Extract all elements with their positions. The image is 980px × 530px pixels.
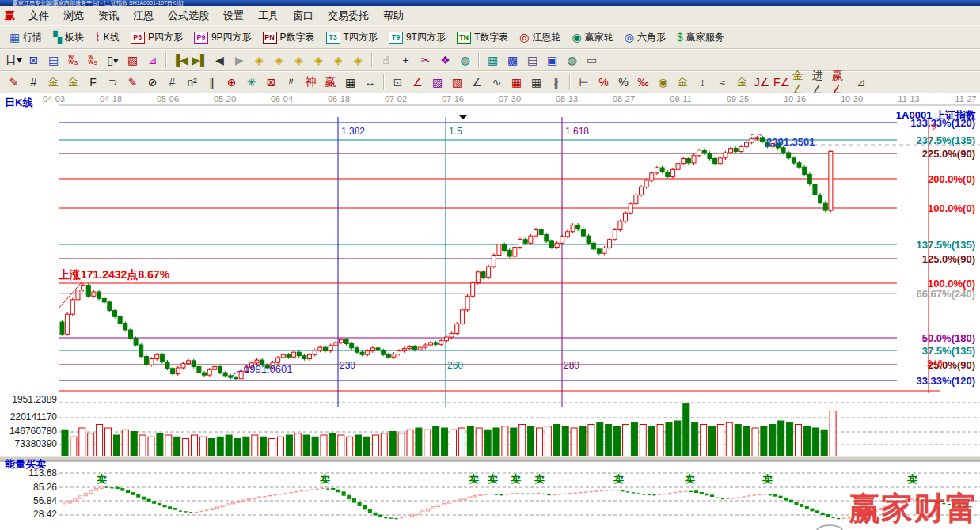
info-panel-button[interactable]: ▤ — [44, 51, 63, 70]
menu-item-3[interactable]: 江恩 — [126, 7, 161, 25]
menu-item-1[interactable]: 浏览 — [56, 7, 91, 25]
square-of-nine-tool[interactable]: n² — [182, 74, 202, 92]
winner-service-button[interactable]: $赢家服务 — [671, 28, 730, 47]
gann-circle-tool[interactable]: ⊘ — [142, 74, 162, 92]
print-button[interactable]: ▭ — [582, 51, 602, 70]
blocks-button[interactable]: ▚板块 — [47, 28, 89, 47]
slash-lines-tool[interactable]: ∦ — [546, 74, 566, 92]
diamond-left-button[interactable]: ◈ — [249, 51, 269, 70]
first-page-button[interactable]: ▐◀ — [170, 51, 190, 70]
dark-grid-tool[interactable]: ▦ — [526, 74, 546, 92]
period-daily-dropdown[interactable]: 日▾ — [4, 51, 24, 70]
nine-p-square-button[interactable]: P99P四方形 — [188, 28, 257, 47]
p-number-table-button[interactable]: PNP数字表 — [257, 28, 321, 47]
jin-angle-tool[interactable]: 进∠ — [811, 74, 831, 92]
spiral-tool[interactable]: ⊃ — [103, 74, 123, 92]
save-button[interactable]: ▣ — [542, 51, 562, 70]
cut-button[interactable]: ✂ — [416, 51, 435, 70]
percent-ruler-tool[interactable]: ⊢ — [574, 74, 594, 92]
hexagon-button[interactable]: ◎六角形 — [619, 28, 671, 47]
notes-button[interactable]: ▤ — [522, 51, 542, 70]
diamond-down-button[interactable]: ◈ — [309, 51, 329, 70]
kline-chart-canvas[interactable]: 04-0304-1805-0605-2006-0406-1807-0207-16… — [0, 93, 980, 530]
target-circle-tool[interactable]: ⊕ — [222, 74, 241, 92]
marker-button[interactable]: ❖ — [435, 51, 455, 70]
last-page-button[interactable]: ▶▌ — [190, 51, 210, 70]
pan-hand-button[interactable]: ☝ — [376, 51, 396, 70]
gold-circle-tool[interactable]: ◉ — [653, 74, 673, 92]
chart-area[interactable]: 04-0304-1805-0605-2006-0406-1807-0207-16… — [0, 93, 980, 530]
t-square-button[interactable]: T3T四方形 — [321, 28, 383, 47]
menu-item-7[interactable]: 窗口 — [286, 7, 321, 25]
win-tool[interactable]: 赢 — [321, 74, 340, 92]
kline-button[interactable]: ⌇K线 — [89, 28, 125, 47]
grid-lines-tool[interactable]: # — [24, 74, 44, 92]
wave-tool[interactable]: ∿ — [487, 74, 507, 92]
gold-line-tool[interactable]: 金 — [673, 74, 693, 92]
gann-pencil-tool[interactable]: ✎ — [4, 74, 24, 92]
angle-pencil-tool[interactable]: ✎ — [123, 74, 142, 92]
diamond-right-button[interactable]: ◈ — [269, 51, 289, 70]
diamond-up-button[interactable]: ◈ — [289, 51, 309, 70]
win-angle-tool[interactable]: 赢∠ — [831, 74, 851, 92]
crosshair-button[interactable]: + — [396, 51, 416, 70]
trend-angle-tool[interactable]: ∠ — [467, 74, 487, 92]
p-square-button[interactable]: P3P四方形 — [125, 28, 188, 47]
parallel-tool[interactable]: ∥ — [202, 74, 222, 92]
menu-item-4[interactable]: 公式选股 — [161, 7, 216, 25]
calculator-button[interactable]: ▩ — [503, 51, 522, 70]
spider-web-tool[interactable]: ✳ — [241, 74, 261, 92]
gold-angle-tool[interactable]: 金 — [732, 74, 752, 92]
width-measure-tool[interactable]: ↔ — [360, 74, 380, 92]
t-number-table-button[interactable]: TNT数字表 — [451, 28, 514, 47]
gann-wheel-button[interactable]: ◎江恩轮 — [514, 28, 566, 47]
ruler-table-tool[interactable]: ▦ — [340, 74, 360, 92]
flag-chart-button[interactable]: ⊿ — [142, 51, 162, 70]
tri-angle-tool[interactable]: ⊿ — [851, 74, 871, 92]
prev-button[interactable]: ◀ — [210, 51, 230, 70]
menu-item-0[interactable]: 文件 — [21, 7, 56, 25]
winner-wheel-button[interactable]: ◉赢家轮 — [567, 28, 619, 47]
volume-bar — [683, 404, 689, 456]
fibonacci-tool[interactable]: F — [83, 74, 103, 92]
gold-ratio-tool-1[interactable]: 金 — [44, 74, 63, 92]
red-grid-tool[interactable]: ▦ — [507, 74, 526, 92]
next-button[interactable]: ▶ — [230, 51, 249, 70]
candle — [787, 153, 791, 158]
bars-count-tool[interactable]: # — [162, 74, 182, 92]
minichart9-button[interactable]: ʬ₉ — [83, 51, 103, 70]
web-sync-button[interactable]: ◍ — [562, 51, 582, 70]
calendar-button[interactable]: ▦ — [483, 51, 503, 70]
region-stat-button[interactable]: ◍ — [455, 51, 475, 70]
percent-tool[interactable]: % — [613, 74, 633, 92]
box-select-tool[interactable]: ⊡ — [388, 74, 408, 92]
candle-style-dropdown[interactable]: ▯▾ — [103, 51, 123, 70]
nine-t-square-button[interactable]: T99T四方形 — [383, 28, 451, 47]
menu-item-2[interactable]: 资讯 — [91, 7, 126, 25]
menu-item-5[interactable]: 设置 — [216, 7, 251, 25]
channel-tool[interactable]: ≈ — [712, 74, 732, 92]
shen-tool[interactable]: 神 — [301, 74, 321, 92]
quotes-button[interactable]: ▦行情 — [4, 28, 47, 47]
menu-item-6[interactable]: 工具 — [251, 7, 286, 25]
menu-item-9[interactable]: 帮助 — [376, 7, 411, 25]
diamond-full-button[interactable]: ◈ — [348, 51, 368, 70]
percent-red-tool[interactable]: % — [594, 74, 613, 92]
vertical-measure-tool[interactable]: ↕ — [693, 74, 712, 92]
j-angle-tool[interactable]: J∠ — [752, 74, 772, 92]
permille-tool[interactable]: ‰ — [633, 74, 653, 92]
zoom-region-button[interactable]: ⊠ — [24, 51, 44, 70]
minichart3-button[interactable]: ʬ₃ — [63, 51, 83, 70]
gold-ratio-tool-2[interactable]: 金 — [63, 74, 83, 92]
kchart-button[interactable]: ▨ — [123, 51, 142, 70]
cross-box-tool[interactable]: ▧ — [447, 74, 467, 92]
shaded-box-tool[interactable]: ▨ — [427, 74, 447, 92]
gold-fan-tool[interactable]: 金∠ — [792, 74, 811, 92]
f-angle-tool[interactable]: F∠ — [772, 74, 792, 92]
diamond-expand-button[interactable]: ◈ — [329, 51, 348, 70]
menu-item-8[interactable]: 交易委托 — [321, 7, 376, 25]
gann-box-tool[interactable]: ⊠ — [261, 74, 281, 92]
title-bar[interactable]: 赢家江恩专业版[赢家内部服务平台] - [上证指数 SH1A0001-107日K… — [0, 0, 980, 6]
fan-lines-tool[interactable]: ∠ — [408, 74, 427, 92]
quote-mark-tool[interactable]: 〃 — [281, 74, 301, 92]
